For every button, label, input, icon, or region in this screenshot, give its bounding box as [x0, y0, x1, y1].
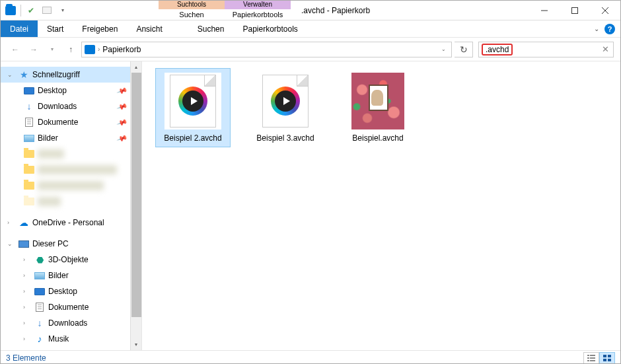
minimize-button[interactable]	[529, 1, 560, 20]
sidebar-item-quick-access[interactable]: ⌄ ★ Schnellzugriff	[1, 67, 141, 83]
chevron-right-icon[interactable]: ›	[23, 288, 31, 295]
navigation-tree: ⌄ ★ Schnellzugriff Desktop 📌 ↓ Downloads…	[1, 61, 142, 350]
desktop-icon	[34, 286, 46, 297]
nav-recent-dropdown[interactable]: ▾	[44, 42, 60, 57]
sidebar-item-pc-pictures[interactable]: › Bilder	[1, 268, 141, 283]
ribbon-tab-view[interactable]: Ansicht	[127, 20, 171, 37]
pin-icon: 📌	[116, 132, 128, 144]
sidebar-item-pinned-2[interactable]	[1, 162, 141, 178]
file-view[interactable]: Beispiel 2.avchd Beispiel 3.avchd Beispi…	[142, 61, 620, 350]
svg-rect-11	[608, 355, 611, 357]
chevron-right-icon[interactable]: ›	[98, 46, 100, 53]
svg-rect-5	[590, 355, 595, 356]
sidebar-item-this-pc[interactable]: ⌄ Dieser PC	[1, 236, 141, 252]
sidebar-item-downloads[interactable]: ↓ Downloads 📌	[1, 98, 141, 114]
svg-rect-7	[590, 357, 595, 359]
window-title: .avchd - Papierkorb	[291, 1, 529, 20]
folder-icon	[23, 180, 35, 191]
svg-rect-9	[590, 360, 595, 361]
chevron-right-icon[interactable]: ›	[23, 256, 31, 263]
qa-properties-icon[interactable]: ✔	[24, 3, 38, 18]
pin-icon: 📌	[116, 85, 128, 96]
chevron-right-icon[interactable]: ›	[23, 336, 31, 342]
app-icon[interactable]	[3, 3, 18, 18]
sidebar-scrollbar[interactable]: ▴ ▾	[130, 61, 141, 350]
ribbon-tab-recycletools[interactable]: Papierkorbtools	[233, 20, 307, 37]
sidebar-item-pc-desktop[interactable]: › Desktop	[1, 283, 141, 299]
context-tab-recycle[interactable]: Verwalten Papierkorbtools	[225, 1, 291, 20]
nav-forward-button[interactable]: →	[26, 42, 42, 57]
chevron-down-icon[interactable]: ⌄	[7, 240, 15, 247]
svg-rect-12	[603, 359, 606, 361]
document-icon	[23, 117, 35, 127]
quick-access-toolbar: ✔ ▾	[1, 1, 73, 20]
close-button[interactable]	[590, 1, 620, 20]
breadcrumb[interactable]: Papierkorb	[102, 45, 141, 54]
sidebar-item-documents[interactable]: Dokumente 📌	[1, 114, 141, 130]
status-text: 3 Elemente	[6, 353, 46, 363]
chevron-right-icon[interactable]: ›	[23, 304, 31, 310]
refresh-button[interactable]: ↻	[455, 42, 473, 57]
downloads-icon: ↓	[34, 318, 46, 328]
qa-customize-dropdown[interactable]: ▾	[55, 3, 70, 18]
view-details-button[interactable]	[583, 352, 599, 364]
view-toggle	[583, 352, 615, 364]
maximize-button[interactable]	[560, 1, 590, 20]
sidebar-item-pc-documents[interactable]: › Dokumente	[1, 299, 141, 315]
clear-search-icon[interactable]: ✕	[602, 44, 609, 54]
search-text-highlight: .avchd	[482, 44, 513, 55]
nav-up-button[interactable]: ↑	[63, 42, 79, 57]
help-icon[interactable]: ?	[604, 24, 615, 34]
sidebar-item-pinned-1[interactable]	[1, 146, 141, 162]
file-tile[interactable]: Beispiel 2.avchd	[155, 68, 231, 147]
svg-rect-13	[608, 359, 611, 361]
address-bar[interactable]: › Papierkorb ⌄	[81, 42, 452, 57]
downloads-icon: ↓	[23, 101, 35, 112]
ribbon: Datei Start Freigeben Ansicht Suchen Pap…	[1, 20, 620, 38]
ribbon-tab-search[interactable]: Suchen	[188, 20, 234, 37]
file-tile[interactable]: Beispiel 3.avchd	[248, 68, 323, 147]
ribbon-expand-icon[interactable]: ⌄	[594, 25, 599, 32]
sidebar-item-pictures[interactable]: Bilder 📌	[1, 130, 141, 146]
chevron-right-icon[interactable]: ›	[7, 219, 15, 226]
scrollbar-thumb[interactable]	[131, 73, 141, 317]
address-history-dropdown[interactable]: ⌄	[439, 46, 449, 52]
cloud-icon: ☁	[18, 217, 30, 228]
chevron-right-icon[interactable]: ›	[23, 320, 31, 326]
svg-rect-10	[603, 355, 606, 357]
search-input[interactable]: .avchd ✕	[478, 42, 614, 57]
music-icon: ♪	[34, 334, 46, 344]
sidebar-item-pinned-4[interactable]	[1, 194, 141, 209]
chevron-right-icon[interactable]: ›	[23, 272, 31, 279]
svg-rect-1	[572, 8, 578, 14]
sidebar-item-pc-music[interactable]: › ♪ Musik	[1, 331, 141, 347]
view-thumbnails-button[interactable]	[599, 352, 615, 364]
scroll-down-icon[interactable]: ▾	[131, 339, 141, 350]
sidebar-item-desktop[interactable]: Desktop 📌	[1, 83, 141, 98]
nav-back-button[interactable]: ←	[7, 42, 23, 57]
ribbon-tab-file[interactable]: Datei	[1, 20, 38, 37]
svg-rect-8	[587, 360, 589, 361]
pictures-icon	[34, 270, 46, 281]
chevron-down-icon[interactable]: ⌄	[7, 71, 15, 78]
sidebar-item-3d-objects[interactable]: › ⬣ 3D-Objekte	[1, 252, 141, 268]
pictures-icon	[23, 133, 35, 143]
desktop-icon	[23, 85, 35, 96]
scroll-up-icon[interactable]: ▴	[131, 61, 141, 73]
play-icon	[178, 87, 207, 116]
qa-new-folder-icon[interactable]	[40, 3, 54, 18]
ribbon-tab-share[interactable]: Freigeben	[73, 20, 127, 37]
file-label: Beispiel 3.avchd	[254, 132, 316, 147]
navigation-bar: ← → ▾ ↑ › Papierkorb ⌄ ↻ .avchd ✕	[1, 38, 620, 61]
folder-icon	[23, 164, 35, 175]
sidebar-item-pinned-3[interactable]	[1, 178, 141, 194]
folder-icon	[23, 149, 35, 159]
file-label: Beispiel.avchd	[349, 132, 406, 147]
play-icon	[271, 87, 300, 116]
address-root-icon[interactable]	[85, 45, 95, 54]
file-tile[interactable]: Beispiel.avchd	[340, 68, 416, 147]
ribbon-tab-start[interactable]: Start	[38, 20, 73, 37]
sidebar-item-pc-downloads[interactable]: › ↓ Downloads	[1, 315, 141, 331]
context-tab-search[interactable]: Suchtools Suchen	[159, 1, 225, 20]
sidebar-item-onedrive[interactable]: › ☁ OneDrive - Personal	[1, 215, 141, 231]
